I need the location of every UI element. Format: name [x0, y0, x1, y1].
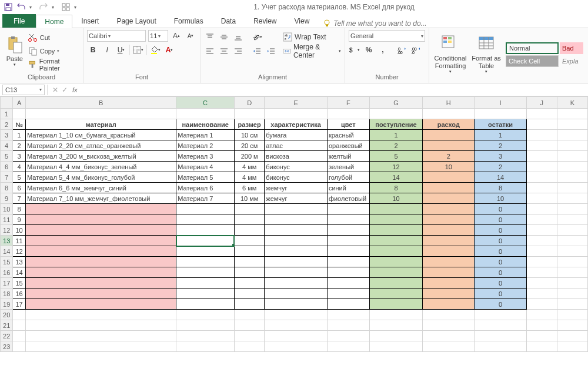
cell-G15[interactable]: [369, 257, 423, 267]
cell-J1[interactable]: [526, 109, 557, 119]
bold-button[interactable]: B: [87, 44, 99, 56]
column-header-I[interactable]: I: [475, 97, 526, 109]
cell-C8[interactable]: Материал 6: [176, 183, 235, 193]
cell-I11[interactable]: 0: [475, 214, 526, 225]
font-name-combo[interactable]: Calibri▾: [87, 30, 146, 42]
cell-A14[interactable]: 12: [13, 246, 26, 257]
row-header-12[interactable]: 12: [1, 225, 13, 236]
cell-E16[interactable]: [265, 267, 328, 278]
cell-K3[interactable]: [557, 130, 587, 140]
cell-B19[interactable]: [25, 299, 176, 310]
cell-H18[interactable]: [423, 289, 475, 299]
cell-E18[interactable]: [265, 289, 328, 299]
cell-K22[interactable]: [557, 331, 587, 341]
cell-B23[interactable]: [25, 341, 176, 352]
cell-D7[interactable]: 4 мм: [234, 172, 264, 183]
cell-D16[interactable]: [234, 267, 264, 278]
column-header-E[interactable]: E: [265, 97, 328, 109]
cell-C2[interactable]: наименование: [176, 119, 235, 130]
tab-formulas[interactable]: Formulas: [165, 14, 212, 28]
cell-F23[interactable]: [327, 341, 369, 352]
cell-D3[interactable]: 10 см: [234, 130, 264, 140]
cell-D12[interactable]: [234, 225, 264, 236]
cell-H2[interactable]: расход: [423, 119, 475, 130]
style-explanatory[interactable]: Expla: [560, 55, 583, 67]
align-middle-icon[interactable]: [218, 31, 230, 43]
cell-F21[interactable]: [327, 320, 369, 331]
cell-F13[interactable]: [327, 236, 369, 246]
cell-F12[interactable]: [327, 225, 369, 236]
column-header-B[interactable]: B: [25, 97, 176, 109]
cell-K17[interactable]: [557, 278, 587, 289]
cell-E23[interactable]: [265, 341, 328, 352]
cell-A23[interactable]: [13, 341, 26, 352]
cell-J12[interactable]: [526, 225, 557, 236]
cell-F4[interactable]: оранжевый: [327, 140, 369, 151]
cell-I10[interactable]: 0: [475, 204, 526, 214]
cell-I6[interactable]: 2: [475, 162, 526, 172]
cell-B4[interactable]: Материал 2_20 см_атлас_оранжевый: [25, 140, 176, 151]
underline-button[interactable]: U▾: [115, 44, 127, 56]
paste-button[interactable]: Paste ▾: [4, 35, 26, 67]
cell-I18[interactable]: 0: [475, 289, 526, 299]
cell-H6[interactable]: 10: [423, 162, 475, 172]
cell-H17[interactable]: [423, 278, 475, 289]
cell-D17[interactable]: [234, 278, 264, 289]
decrease-indent-icon[interactable]: [251, 45, 263, 57]
cell-K21[interactable]: [557, 320, 587, 331]
cell-A7[interactable]: 5: [13, 172, 26, 183]
row-header-15[interactable]: 15: [1, 257, 13, 267]
cell-G2[interactable]: поступление: [369, 119, 423, 130]
cell-A8[interactable]: 6: [13, 183, 26, 193]
cell-F14[interactable]: [327, 246, 369, 257]
row-header-8[interactable]: 8: [1, 183, 13, 193]
cell-F5[interactable]: желтый: [327, 151, 369, 162]
touch-mode-icon[interactable]: [61, 2, 71, 12]
cell-C7[interactable]: Материал 5: [176, 172, 235, 183]
style-bad[interactable]: Bad: [560, 42, 583, 54]
cell-C18[interactable]: [176, 289, 235, 299]
tab-page-layout[interactable]: Page Layout: [108, 14, 165, 28]
row-header-4[interactable]: 4: [1, 140, 13, 151]
cell-D4[interactable]: 20 см: [234, 140, 264, 151]
cell-E2[interactable]: характеристика: [265, 119, 328, 130]
conditional-formatting-button[interactable]: Conditional Formatting▾: [433, 35, 468, 73]
cell-F9[interactable]: фиолетовый: [327, 193, 369, 204]
cell-I23[interactable]: [475, 341, 526, 352]
name-box[interactable]: C13▾: [2, 85, 45, 95]
cell-J16[interactable]: [526, 267, 557, 278]
merge-center-button[interactable]: Merge & Center ▾: [283, 45, 341, 58]
row-header-17[interactable]: 17: [1, 278, 13, 289]
cell-E21[interactable]: [265, 320, 328, 331]
cell-K11[interactable]: [557, 214, 587, 225]
increase-indent-icon[interactable]: [265, 45, 277, 57]
cell-J3[interactable]: [526, 130, 557, 140]
row-header-2[interactable]: 2: [1, 119, 13, 130]
tab-view[interactable]: View: [286, 14, 319, 28]
cell-C14[interactable]: [176, 246, 235, 257]
cell-E17[interactable]: [265, 278, 328, 289]
cell-G4[interactable]: 2: [369, 140, 423, 151]
cell-B22[interactable]: [25, 331, 176, 341]
cell-D21[interactable]: [234, 320, 264, 331]
cell-J7[interactable]: [526, 172, 557, 183]
cell-H15[interactable]: [423, 257, 475, 267]
cell-C19[interactable]: [176, 299, 235, 310]
cancel-formula-icon[interactable]: ✕: [52, 86, 58, 94]
select-all-corner[interactable]: [1, 97, 13, 109]
cell-B9[interactable]: Материал 7_10 мм_жемчуг_фиолетовый: [25, 193, 176, 204]
cell-B1[interactable]: [25, 109, 176, 119]
cell-F11[interactable]: [327, 214, 369, 225]
cell-H3[interactable]: [423, 130, 475, 140]
fill-handle[interactable]: [232, 244, 235, 246]
save-icon[interactable]: [4, 2, 13, 12]
column-header-F[interactable]: F: [327, 97, 369, 109]
cell-K18[interactable]: [557, 289, 587, 299]
cell-H12[interactable]: [423, 225, 475, 236]
cell-D11[interactable]: [234, 214, 264, 225]
cell-G11[interactable]: [369, 214, 423, 225]
cell-J21[interactable]: [526, 320, 557, 331]
cell-I19[interactable]: 0: [475, 299, 526, 310]
cell-H11[interactable]: [423, 214, 475, 225]
cell-F17[interactable]: [327, 278, 369, 289]
